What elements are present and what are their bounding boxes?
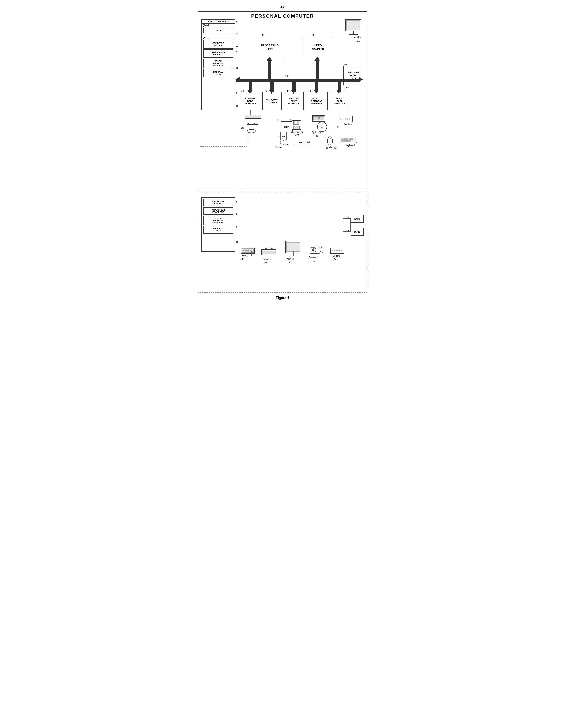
svg-point-19 xyxy=(349,118,350,120)
usb-mouse-label: Mouse xyxy=(275,146,282,148)
svg-rect-27 xyxy=(342,140,350,141)
line-to-wan xyxy=(343,231,351,232)
lower-ref-37: 37 xyxy=(236,213,238,215)
arrow-serial xyxy=(336,90,341,94)
serial-port-interface-box: SERIALPORTINTERFACE xyxy=(330,92,349,110)
ref-51-top: 51 xyxy=(337,126,340,128)
lower-ref-39: 39 xyxy=(236,241,238,244)
hard-disk-label: HARD DISKDRIVEINTERFACE xyxy=(245,97,256,105)
mag-disk-label: MAG DISKDRIVEINTERFACE xyxy=(288,97,299,105)
other-modules-box: OTHERPROGRAMMODULES xyxy=(203,59,233,68)
lower-app-box: APPLICATIONPROGRAMS xyxy=(203,207,233,215)
svg-point-53 xyxy=(338,250,340,251)
ref-56: 56 xyxy=(347,230,349,232)
ref-28: 28 xyxy=(241,127,244,129)
svg-point-16 xyxy=(342,118,344,120)
mag-disk-label-device: Magnetic diskdrive xyxy=(289,131,305,136)
ref-24: 24 xyxy=(236,32,238,35)
hdd-device-icon xyxy=(245,115,261,119)
ram-label: (RAM) xyxy=(202,36,235,39)
ref-48: 48 xyxy=(286,143,288,146)
svg-point-15 xyxy=(340,118,341,120)
svg-point-39 xyxy=(247,250,249,251)
monitor-top-label: Monitor xyxy=(354,36,361,38)
wan-box: WAN xyxy=(351,228,364,236)
floppy-icon xyxy=(292,120,301,131)
video-adapter-label: VIDEOADAPTER xyxy=(311,44,324,51)
modem-icon-bot xyxy=(330,248,344,254)
ref-42: 42 xyxy=(346,87,349,89)
svg-point-11 xyxy=(318,117,320,119)
svg-rect-25 xyxy=(349,139,351,140)
mouse-icon-top xyxy=(327,136,333,146)
video-adapter-box: VIDEOADAPTER xyxy=(303,37,333,58)
line-to-lan xyxy=(343,218,351,219)
svg-point-40 xyxy=(250,250,251,251)
ref-39: 39 xyxy=(236,105,238,108)
ref-23: 23 xyxy=(285,75,288,78)
line-hub-h xyxy=(286,140,302,140)
line-scanner-v xyxy=(269,251,269,256)
wan-label: WAN xyxy=(354,230,360,233)
bus-to-video xyxy=(316,58,319,79)
ref-45: 45 xyxy=(357,40,360,42)
line-serial-down xyxy=(339,110,339,117)
svg-marker-45 xyxy=(320,246,323,253)
ref-33: 33 xyxy=(241,89,244,92)
svg-point-37 xyxy=(243,250,244,251)
rom-label: (ROM) xyxy=(202,24,235,27)
ref-27: 27 xyxy=(256,122,258,125)
line-lan-wan-v xyxy=(350,218,351,232)
system-memory-label: SYSTEM MEMORY xyxy=(202,20,235,24)
svg-point-51 xyxy=(334,250,335,251)
ref-25: 25 xyxy=(236,51,238,53)
ref-22: 22 xyxy=(236,21,238,23)
pc-title: PERSONAL COMPUTER xyxy=(198,12,367,19)
dashed-connector-left xyxy=(247,132,247,139)
line-hub2-h xyxy=(251,251,294,251)
svg-point-2 xyxy=(247,129,256,133)
page-container: 20 PERSONAL COMPUTER 22 24 26 25 36 37 3… xyxy=(198,4,367,300)
ref-44: 44 xyxy=(277,119,279,121)
lower-memory-box: OPERATINGSYSTEM APPLICATIONPROGRAMS OTHE… xyxy=(201,197,235,252)
ref-36: 36 xyxy=(236,66,238,69)
line-serial-h xyxy=(339,117,358,117)
line-host-down xyxy=(286,132,287,140)
monitor-bot-label: Monitor xyxy=(287,258,294,260)
lower-other-box: OTHERPROGRAMMODULES xyxy=(203,216,233,225)
system-memory-box: SYSTEM MEMORY (ROM) BIOS (RAM) OPERATING… xyxy=(201,19,235,110)
usb-interface-box: USB systemINTERFACE xyxy=(262,92,282,110)
svg-point-50 xyxy=(332,250,333,251)
svg-point-54 xyxy=(341,250,342,251)
ref-46: 46 xyxy=(312,34,314,36)
arrow-left-bus xyxy=(236,77,240,82)
figure-caption: Figure 1 xyxy=(198,296,367,300)
ref-52: 52 xyxy=(289,261,292,264)
main-bus-horizontal xyxy=(236,79,345,82)
ref-41: 41 xyxy=(326,147,328,149)
arrow-up-video xyxy=(314,57,320,61)
program-data-box: PROGRAMDATA xyxy=(203,69,233,77)
lower-section: OPERATINGSYSTEM APPLICATIONPROGRAMS OTHE… xyxy=(198,193,367,293)
lan-box: LAN xyxy=(351,215,364,223)
optical-interface-box: OPTICALDISK DRIVEINTERFACE xyxy=(306,92,328,110)
optical-drive-label: Optical drive xyxy=(312,131,324,134)
svg-rect-48 xyxy=(311,246,315,248)
line-hub2-v xyxy=(251,251,252,256)
processing-unit-label: PROCESSINGUNIT xyxy=(261,44,279,51)
usb-host-box: Host xyxy=(281,121,293,132)
hdd-cylinder xyxy=(246,122,257,135)
ref-51-bot: 51 xyxy=(264,261,267,264)
camera-icon xyxy=(309,244,324,256)
svg-rect-26 xyxy=(351,139,353,140)
line-monitor-v xyxy=(293,251,294,256)
app-program-box: APPLICATIONPROGRAM xyxy=(203,49,233,58)
usb-label: USB systemINTERFACE xyxy=(266,99,278,104)
network-interface-box: NETWORKINTER-FACE xyxy=(343,66,364,85)
ref-54: 54 xyxy=(334,258,336,261)
lower-os-box: OPERATINGSYSTEM xyxy=(203,199,233,206)
svg-point-38 xyxy=(245,250,247,251)
arrow-optical xyxy=(314,90,319,94)
arrow-hdd xyxy=(247,90,252,94)
arrow-right-bus xyxy=(359,77,363,82)
